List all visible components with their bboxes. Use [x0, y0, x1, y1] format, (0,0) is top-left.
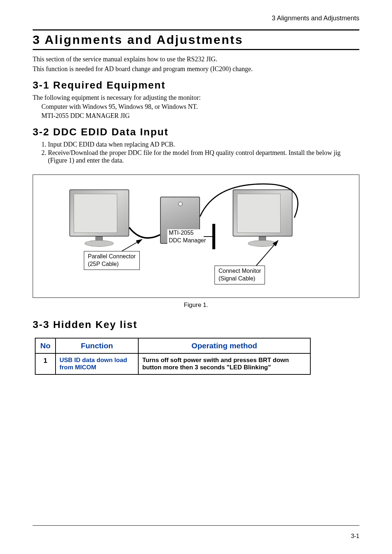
section-3-3-heading: 3-3 Hidden Key list [33, 319, 359, 331]
intro-line-1: This section of the service manual expla… [33, 55, 359, 63]
figure-1-frame: Parallel Connector (25P Cable) MTI-2055 … [33, 175, 359, 298]
table-header-row: No Function Operating method [35, 338, 310, 353]
s31-lead: The following equipment is necessary for… [33, 94, 359, 102]
s32-step-1: Input DDC EDID data when replacing AD PC… [48, 141, 359, 148]
th-method: Operating method [138, 338, 310, 353]
running-head: 3 Alignments and Adjustments [33, 15, 359, 22]
label-signal-l1: Connect Monitor [219, 268, 261, 274]
computer-monitor-icon [69, 189, 129, 237]
label-parallel-l2: (25P Cable) [88, 261, 119, 267]
label-connect-monitor: Connect Monitor (Signal Cable) [215, 266, 265, 284]
page-title: 3 Alignments and Adjustments [33, 33, 359, 47]
label-parallel-l1: Parallel Connector [88, 253, 136, 259]
footer-rule [33, 525, 359, 526]
figure-1-caption: Figure 1. [33, 301, 359, 309]
intro-line-2: This function is needed for AD board cha… [33, 65, 359, 73]
hidden-key-table: No Function Operating method 1 USB ID da… [35, 338, 311, 375]
svg-rect-2 [212, 224, 215, 249]
s31-item-1: Computer with Windows 95, Windows 98, or… [41, 103, 359, 111]
label-parallel-connector: Parallel Connector (25P Cable) [84, 251, 140, 270]
section-3-2-heading: 3-2 DDC EDID Data Input [33, 126, 359, 138]
th-function: Function [56, 338, 138, 353]
rule-top-2 [33, 49, 359, 50]
s32-steps: Input DDC EDID data when replacing AD PC… [33, 141, 359, 164]
section-3-1-heading: 3-1 Required Equipment [33, 79, 359, 91]
cell-method-1: Turns off soft power swith and presses B… [138, 353, 310, 374]
label-signal-l2: (Signal Cable) [219, 275, 255, 282]
label-ddc-l1: MTI-2055 [169, 230, 193, 236]
rule-top-1 [33, 29, 359, 30]
cell-function-1: USB ID data down load from MICOM [56, 353, 138, 374]
label-ddc-l2: DDC Manager [169, 237, 206, 243]
s31-item-2: MTI-2055 DDC MANAGER JIG [41, 112, 359, 120]
table-row: 1 USB ID data down load from MICOM Turns… [35, 353, 310, 374]
page-root: 3 Alignments and Adjustments 3 Alignment… [0, 0, 392, 554]
label-ddc-manager: MTI-2055 DDC Manager [167, 229, 207, 245]
s32-step-2: Receive/Download the proper DDC file for… [48, 149, 359, 164]
cell-no-1: 1 [35, 353, 56, 374]
th-no: No [35, 338, 56, 353]
page-number: 3-1 [351, 533, 359, 539]
svg-line-0 [122, 239, 142, 251]
target-monitor-icon [233, 189, 293, 237]
